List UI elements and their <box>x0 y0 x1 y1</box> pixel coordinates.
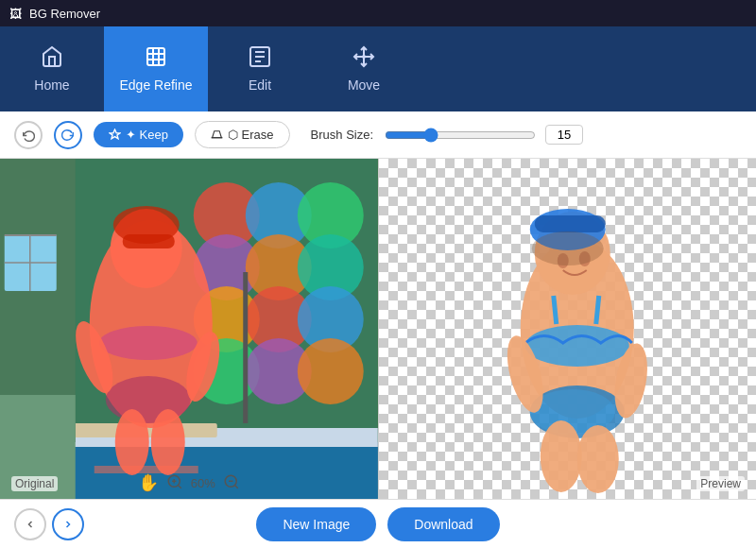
svg-point-37 <box>151 409 185 475</box>
undo-button[interactable] <box>14 121 43 149</box>
app-title: BG Remover <box>29 7 100 21</box>
svg-marker-4 <box>213 131 222 138</box>
svg-line-56 <box>595 296 598 324</box>
download-button[interactable]: Download <box>387 507 499 541</box>
svg-line-42 <box>178 485 180 488</box>
erase-label: ⬡ Erase <box>228 128 274 142</box>
hand-tool-icon[interactable]: ✋ <box>138 472 159 493</box>
nav-edge-refine[interactable]: Edge Refine <box>104 26 208 111</box>
svg-point-36 <box>115 409 149 475</box>
svg-line-55 <box>553 296 556 324</box>
svg-rect-53 <box>534 215 605 232</box>
zoom-controls: ✋ 60% <box>138 472 240 493</box>
navbar: Home Edge Refine Edit Move <box>0 26 756 111</box>
bottombar: New Image Download <box>0 499 756 548</box>
original-image-container <box>0 159 378 499</box>
zoom-percent: 60% <box>191 476 215 490</box>
toolbar: ✦ Keep ⬡ Erase Brush Size: 15 <box>0 111 756 159</box>
brush-slider-container: 15 <box>385 125 742 145</box>
edit-icon <box>249 45 271 72</box>
brush-size-label: Brush Size: <box>311 128 373 142</box>
prev-button[interactable] <box>14 508 46 540</box>
new-image-button[interactable]: New Image <box>256 507 376 541</box>
preview-image-container <box>379 159 757 499</box>
brush-size-input[interactable]: 15 <box>545 125 583 145</box>
nav-home[interactable]: Home <box>0 26 104 111</box>
nav-move-label: Move <box>348 77 380 93</box>
redo-button[interactable] <box>54 121 82 149</box>
original-panel[interactable]: Original ✋ 60% <box>0 159 379 499</box>
nav-edit-label: Edit <box>249 77 271 93</box>
erase-button[interactable]: ⬡ Erase <box>195 121 290 148</box>
preview-panel: Preview <box>379 159 757 499</box>
preview-label: Preview <box>696 476 745 491</box>
nav-move[interactable]: Move <box>312 26 416 111</box>
svg-rect-0 <box>147 48 164 65</box>
home-icon <box>41 45 63 72</box>
keep-label: ✦ Keep <box>126 128 168 142</box>
keep-button[interactable]: ✦ Keep <box>94 122 183 147</box>
brush-size-slider[interactable] <box>385 128 536 143</box>
next-button[interactable] <box>52 508 84 540</box>
main-content: Original ✋ 60% <box>0 159 756 499</box>
nav-edit[interactable]: Edit <box>208 26 312 111</box>
titlebar: 🖼 BG Remover <box>0 0 756 26</box>
svg-point-54 <box>524 325 628 367</box>
nav-edge-refine-label: Edge Refine <box>119 77 192 93</box>
svg-point-63 <box>531 231 603 265</box>
svg-point-60 <box>576 425 618 493</box>
svg-point-59 <box>540 420 581 492</box>
checker-background <box>379 159 757 499</box>
svg-point-33 <box>113 206 180 244</box>
app-icon: 🖼 <box>9 7 22 21</box>
zoom-out-button[interactable] <box>223 473 240 493</box>
original-label: Original <box>11 476 58 491</box>
zoom-in-button[interactable] <box>166 473 183 493</box>
move-icon <box>352 45 375 72</box>
edge-refine-icon <box>145 45 167 72</box>
svg-line-46 <box>234 485 237 488</box>
nav-home-label: Home <box>34 77 69 93</box>
svg-point-18 <box>298 338 364 404</box>
svg-point-34 <box>99 326 198 360</box>
